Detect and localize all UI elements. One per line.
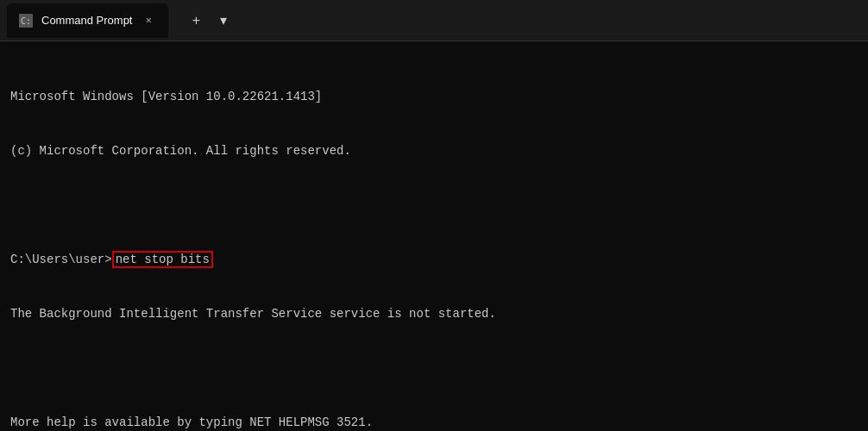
svg-text:C:: C: [21,16,31,26]
tab-close-button[interactable]: ✕ [141,13,156,28]
title-bar: C: Command Prompt ✕ + ▾ [0,0,868,41]
active-tab[interactable]: C: Command Prompt ✕ [7,3,168,38]
terminal-content: Microsoft Windows [Version 10.0.22621.14… [0,41,868,431]
terminal-icon: C: [19,14,33,28]
prompt-1: C:\Users\user> [10,253,112,266]
output-line-1: The Background Intelligent Transfer Serv… [10,305,858,323]
command-text: net stop bits [112,251,213,268]
version-line-1: Microsoft Windows [Version 10.0.22621.14… [10,88,858,106]
dropdown-button[interactable]: ▾ [211,9,236,33]
title-bar-left: C: Command Prompt ✕ + ▾ [7,3,861,38]
blank-line-1 [10,197,858,215]
blank-line-2 [10,359,858,378]
command-line: C:\Users\user>net stop bits [10,251,858,269]
version-line-2: (c) Microsoft Corporation. All rights re… [10,142,858,160]
title-bar-actions: + ▾ [184,9,236,33]
new-tab-button[interactable]: + [184,9,208,33]
output-line-3: More help is available by typing NET HEL… [10,414,858,431]
tab-title: Command Prompt [41,14,132,27]
